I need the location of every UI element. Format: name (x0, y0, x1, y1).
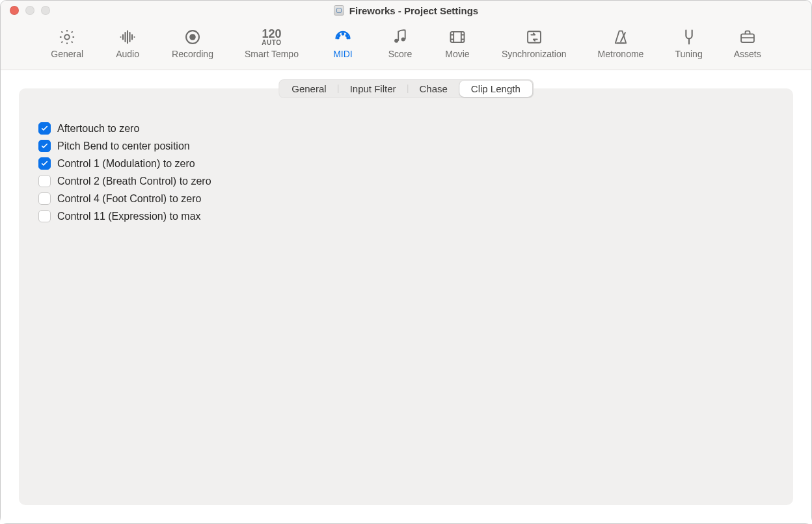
checkbox[interactable] (38, 157, 51, 170)
tuning-fork-icon (679, 28, 699, 46)
metronome-icon (611, 28, 630, 46)
window-controls (1, 6, 50, 15)
toolbar-tab-audio[interactable]: Audio (108, 25, 147, 63)
svg-point-2 (190, 34, 195, 39)
toolbar-tab-label: Tuning (675, 49, 702, 59)
svg-point-4 (338, 34, 340, 36)
window-title-text: Fireworks - Project Settings (349, 5, 478, 16)
option-modulation[interactable]: Control 1 (Modulation) to zero (38, 157, 774, 170)
toolbar-tab-general[interactable]: General (44, 25, 90, 63)
midi-icon (333, 28, 353, 46)
toolbar-tab-smart-tempo[interactable]: 120AUTO Smart Tempo (238, 25, 305, 63)
toolbar-tab-assets[interactable]: Assets (727, 25, 768, 63)
toolbar-tab-label: Audio (116, 49, 139, 59)
svg-point-7 (347, 37, 349, 39)
filmstrip-icon (448, 28, 467, 46)
content-area: General Input Filter Chase Clip Length A… (1, 70, 811, 523)
project-settings-window: Fireworks - Project Settings General Aud… (0, 0, 812, 524)
svg-point-3 (342, 33, 344, 35)
toolbar-tab-label: Score (388, 49, 413, 59)
subtab-label: Input Filter (350, 83, 396, 94)
midi-subtabs: General Input Filter Chase Clip Length (278, 79, 534, 98)
gear-icon (57, 28, 77, 46)
clip-length-options: Aftertouch to zero Pitch Bend to center … (19, 113, 793, 231)
toolbar-tab-synchronization[interactable]: Synchronization (495, 25, 573, 63)
option-label: Aftertouch to zero (57, 123, 139, 135)
toolbar-tab-label: Assets (734, 49, 761, 59)
tempo-mode: AUTO (262, 40, 281, 46)
subtab-clip-length[interactable]: Clip Length (459, 81, 532, 97)
checkmark-icon (40, 159, 49, 168)
toolbar-tab-metronome[interactable]: Metronome (591, 25, 651, 63)
checkbox[interactable] (38, 140, 51, 152)
checkbox[interactable] (38, 192, 51, 205)
option-label: Control 11 (Expression) to max (57, 211, 201, 222)
waveform-icon (118, 28, 137, 46)
checkmark-icon (40, 124, 49, 133)
option-aftertouch[interactable]: Aftertouch to zero (38, 122, 774, 135)
svg-point-6 (337, 37, 339, 39)
music-notes-icon (390, 28, 410, 46)
checkbox[interactable] (38, 210, 51, 222)
svg-point-0 (64, 34, 69, 39)
titlebar: Fireworks - Project Settings (1, 1, 811, 20)
briefcase-icon (738, 28, 757, 46)
toolbar-tab-score[interactable]: Score (381, 25, 420, 63)
toolbar-tab-label: Recording (172, 49, 213, 59)
subtab-chase[interactable]: Chase (408, 81, 459, 97)
minimize-button[interactable] (25, 6, 34, 15)
project-proxy-icon (334, 5, 344, 16)
subtab-label: General (291, 83, 326, 94)
toolbar-tab-label: General (51, 49, 83, 59)
toolbar-tab-label: Metronome (598, 49, 644, 59)
option-foot-control[interactable]: Control 4 (Foot Control) to zero (38, 192, 774, 205)
option-breath-control[interactable]: Control 2 (Breath Control) to zero (38, 175, 774, 187)
checkmark-icon (40, 142, 49, 150)
settings-toolbar: General Audio Recording 120AUTO Smart Te… (1, 20, 811, 70)
subtab-input-filter[interactable]: Input Filter (338, 81, 408, 97)
toolbar-tab-movie[interactable]: Movie (438, 25, 477, 63)
toolbar-tab-label: Movie (445, 49, 469, 59)
toolbar-tab-midi[interactable]: MIDI (323, 25, 362, 63)
option-pitch-bend[interactable]: Pitch Bend to center position (38, 140, 774, 152)
toolbar-tab-label: Synchronization (502, 49, 567, 59)
toolbar-tab-label: Smart Tempo (245, 49, 299, 59)
option-label: Control 4 (Foot Control) to zero (57, 193, 201, 205)
window-title: Fireworks - Project Settings (1, 5, 811, 16)
option-expression[interactable]: Control 11 (Expression) to max (38, 210, 774, 222)
checkbox[interactable] (38, 122, 51, 135)
toolbar-tab-recording[interactable]: Recording (165, 25, 220, 63)
subtab-general[interactable]: General (280, 81, 338, 97)
svg-point-5 (345, 34, 347, 36)
toolbar-tab-label: MIDI (333, 49, 353, 59)
option-label: Pitch Bend to center position (57, 140, 190, 152)
option-label: Control 1 (Modulation) to zero (57, 158, 195, 170)
svg-rect-10 (398, 32, 399, 41)
svg-rect-13 (528, 31, 541, 43)
smart-tempo-icon: 120AUTO (262, 28, 281, 46)
sync-icon (524, 28, 544, 46)
checkbox[interactable] (38, 175, 51, 187)
close-button[interactable] (10, 6, 19, 15)
option-label: Control 2 (Breath Control) to zero (57, 176, 211, 187)
svg-rect-12 (450, 32, 464, 42)
settings-panel: General Input Filter Chase Clip Length A… (19, 88, 793, 505)
zoom-button[interactable] (41, 6, 50, 15)
subtab-label: Clip Length (471, 83, 521, 94)
subtab-label: Chase (420, 83, 448, 94)
record-icon (183, 28, 202, 46)
svg-rect-11 (405, 31, 406, 40)
toolbar-tab-tuning[interactable]: Tuning (668, 25, 709, 63)
